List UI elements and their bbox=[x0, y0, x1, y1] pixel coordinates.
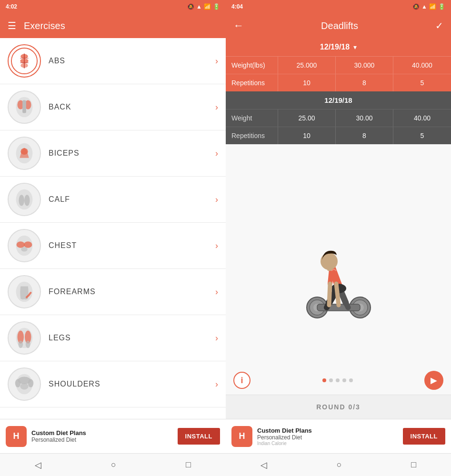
left-status-bar: 4:02 🔕 ▲ 📶 🔋 bbox=[0, 0, 226, 13]
exercise-name-forearms: FOREARMS bbox=[49, 288, 215, 296]
right-ad-text: Custom Diet Plans Personalized Diet Indi… bbox=[257, 427, 398, 446]
exercise-image-area: i ▶ bbox=[226, 144, 451, 395]
selected-date: 12/19/18 bbox=[320, 43, 350, 51]
exercise-name-back: BACK bbox=[49, 103, 215, 111]
data-table-reps-header: Repetitions 10 8 5 bbox=[226, 74, 451, 91]
exercise-name-chest: CHEST bbox=[49, 241, 215, 250]
history-reps-row: Repetitions 10 8 5 bbox=[226, 127, 451, 144]
exercise-item-forearms[interactable]: FOREARMS › bbox=[0, 269, 226, 315]
weight-col1: 25.000 bbox=[278, 57, 336, 74]
forearms-muscle-svg bbox=[10, 278, 38, 306]
shoulders-muscle-svg bbox=[10, 370, 38, 398]
weight-col3: 40.000 bbox=[393, 57, 451, 74]
exercise-name-shoulders: SHOULDERS bbox=[49, 380, 215, 388]
reps-col2: 8 bbox=[336, 74, 393, 91]
dot-5[interactable] bbox=[349, 378, 353, 382]
right-status-icons: 🔕 ▲ 📶 🔋 bbox=[412, 3, 445, 10]
svg-line-41 bbox=[346, 303, 348, 307]
exercise-item-abs[interactable]: ABS › bbox=[0, 38, 226, 84]
right-nav-bar: ◁ ○ □ bbox=[226, 453, 451, 476]
svg-point-18 bbox=[24, 241, 32, 248]
right-recent-nav[interactable]: □ bbox=[401, 456, 426, 474]
muscle-icon-forearms bbox=[8, 275, 41, 308]
history-reps-col3: 5 bbox=[393, 127, 451, 144]
play-button[interactable]: ▶ bbox=[424, 371, 443, 390]
left-nav-bar: ◁ ○ □ bbox=[0, 453, 226, 476]
exercise-name-abs: ABS bbox=[49, 57, 215, 65]
history-weight-col2: 30.00 bbox=[336, 109, 393, 127]
back-muscle-svg bbox=[10, 93, 38, 121]
date-dropdown-arrow: ▾ bbox=[353, 43, 357, 51]
right-install-button[interactable]: INSTALL bbox=[403, 428, 445, 445]
right-ad-meta: Indian Calorie bbox=[257, 441, 398, 446]
left-back-nav[interactable]: ◁ bbox=[25, 456, 51, 474]
legs-chevron: › bbox=[215, 333, 218, 343]
right-title-bar: ← Deadlifts ✓ bbox=[226, 13, 451, 38]
history-weight-row: Weight 25.00 30.00 40.00 bbox=[226, 109, 451, 127]
right-mute-icon: 🔕 bbox=[412, 3, 420, 10]
shoulders-chevron: › bbox=[215, 379, 218, 389]
right-signal-icon: 📶 bbox=[429, 3, 436, 10]
reps-header-label: Repetitions bbox=[226, 74, 278, 91]
exercise-item-chest[interactable]: CHEST › bbox=[0, 223, 226, 269]
info-button[interactable]: i bbox=[233, 372, 251, 389]
reps-col3: 5 bbox=[393, 74, 451, 91]
exercise-item-calf[interactable]: CALF › bbox=[0, 177, 226, 223]
left-ad-banner: H Custom Diet Plans Personalized Diet IN… bbox=[0, 419, 226, 453]
muscle-icon-abs bbox=[8, 44, 41, 78]
right-wifi-icon: ▲ bbox=[421, 3, 427, 10]
svg-point-14 bbox=[19, 195, 24, 206]
right-status-bar: 4:04 🔕 ▲ 📶 🔋 bbox=[226, 0, 451, 13]
legs-muscle-svg bbox=[10, 324, 38, 352]
calf-muscle-svg bbox=[10, 186, 38, 213]
right-header: 4:04 🔕 ▲ 📶 🔋 ← Deadlifts ✓ 12/19/18 ▾ bbox=[226, 0, 451, 56]
left-header: 4:02 🔕 ▲ 📶 🔋 ☰ Exercises bbox=[0, 0, 226, 38]
svg-point-24 bbox=[18, 341, 23, 348]
exercise-item-back[interactable]: BACK › bbox=[0, 84, 226, 130]
right-back-nav[interactable]: ◁ bbox=[251, 456, 277, 474]
data-table-header: Weight(lbs) 25.000 30.000 40.000 bbox=[226, 56, 451, 74]
dot-4[interactable] bbox=[342, 378, 346, 382]
history-weight-col3: 40.00 bbox=[393, 109, 451, 127]
date-selector[interactable]: 12/19/18 ▾ bbox=[226, 38, 451, 56]
left-panel: 4:02 🔕 ▲ 📶 🔋 ☰ Exercises bbox=[0, 0, 226, 476]
back-button[interactable]: ← bbox=[233, 20, 244, 32]
check-button[interactable]: ✓ bbox=[435, 20, 443, 31]
right-time: 4:04 bbox=[231, 3, 243, 10]
mute-icon: 🔕 bbox=[187, 3, 194, 10]
exercise-item-legs[interactable]: LEGS › bbox=[0, 315, 226, 361]
muscle-icon-chest bbox=[8, 229, 41, 262]
left-install-button[interactable]: INSTALL bbox=[178, 428, 220, 445]
deadlift-figure bbox=[291, 215, 386, 324]
dot-3[interactable] bbox=[336, 378, 340, 382]
left-ad-subtitle: Personalized Diet bbox=[31, 436, 173, 443]
svg-line-47 bbox=[336, 284, 339, 305]
history-reps-label: Repetitions bbox=[226, 127, 278, 144]
back-chevron: › bbox=[215, 102, 218, 112]
hamburger-icon[interactable]: ☰ bbox=[8, 20, 16, 31]
exercise-list: ABS › BACK › bbox=[0, 38, 226, 419]
round-label: ROUND 0/3 bbox=[316, 403, 361, 411]
history-weight-label: Weight bbox=[226, 109, 278, 127]
weight-col2: 30.000 bbox=[336, 57, 393, 74]
dot-1[interactable] bbox=[322, 378, 326, 382]
left-home-nav[interactable]: ○ bbox=[101, 456, 126, 474]
biceps-chevron: › bbox=[215, 149, 218, 159]
muscle-icon-biceps bbox=[8, 137, 41, 170]
dot-2[interactable] bbox=[329, 378, 333, 382]
exercise-item-shoulders[interactable]: SHOULDERS › bbox=[0, 361, 226, 407]
right-ad-banner: H Custom Diet Plans Personalized Diet In… bbox=[226, 419, 451, 453]
left-recent-nav[interactable]: □ bbox=[176, 456, 200, 474]
abs-muscle-svg bbox=[10, 47, 38, 75]
history-reps-col2: 8 bbox=[336, 127, 393, 144]
round-section: ROUND 0/3 bbox=[226, 395, 451, 419]
weight-header-label: Weight(lbs) bbox=[226, 57, 278, 74]
left-status-icons: 🔕 ▲ 📶 🔋 bbox=[187, 3, 220, 10]
right-home-nav[interactable]: ○ bbox=[327, 456, 351, 474]
image-controls: i ▶ bbox=[226, 371, 451, 390]
svg-point-17 bbox=[17, 241, 25, 248]
muscle-icon-legs bbox=[8, 321, 41, 355]
exercise-name-legs: LEGS bbox=[49, 334, 215, 342]
left-ad-text: Custom Diet Plans Personalized Diet bbox=[31, 429, 173, 443]
exercise-item-biceps[interactable]: BICEPS › bbox=[0, 130, 226, 177]
